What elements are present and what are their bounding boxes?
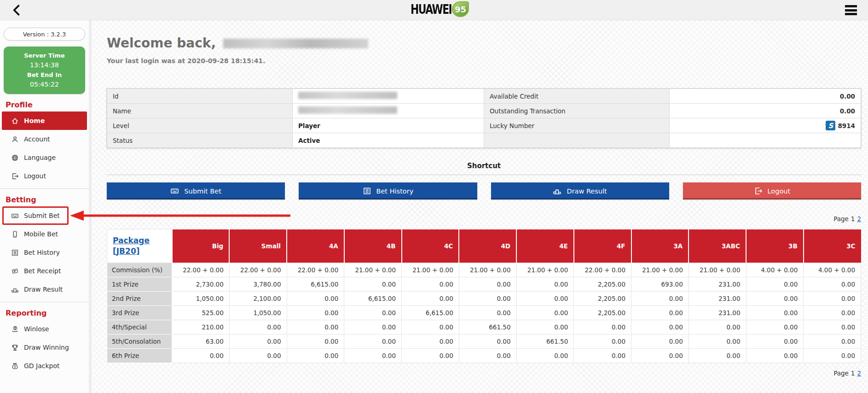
value-cell: 0.00 <box>746 292 804 306</box>
package-column-header: 4C <box>402 229 459 263</box>
main-content: Welcome back, Your last login was at 202… <box>92 20 868 393</box>
value-cell: 231.00 <box>689 277 746 292</box>
value-cell: 0.00 <box>804 306 861 320</box>
podium-icon <box>11 286 19 293</box>
value-cell: 0.00 <box>402 292 459 306</box>
available-credit-value: 0.00 <box>669 89 861 104</box>
package-table-row: 5th/Consolation63.000.000.000.000.000.00… <box>107 334 861 349</box>
trophy-icon <box>11 344 19 352</box>
sidebar: Version : 3.2.3 Server Time 13:14:38 Bet… <box>0 20 92 393</box>
level-label: Level <box>107 118 293 133</box>
hamburger-icon[interactable] <box>845 5 857 15</box>
user-icon <box>11 135 19 143</box>
table-row: Name Outstanding Transaction 0.00 <box>107 104 861 118</box>
button-label: Logout <box>768 188 791 195</box>
shortcut-heading: Shortcut <box>107 162 861 170</box>
sidebar-item-label: Draw Winning <box>24 344 69 351</box>
sidebar-item-label: Language <box>24 154 56 161</box>
sidebar-item-bet-history[interactable]: Bet History <box>0 243 89 262</box>
page-link-2[interactable]: 2 <box>857 215 861 223</box>
value-cell: 21.00 + 0.00 <box>402 263 459 277</box>
submit-bet-button[interactable]: Submit Bet <box>107 182 285 199</box>
sidebar-item-home[interactable]: Home <box>2 111 87 130</box>
sidebar-item-language[interactable]: Language <box>0 148 89 167</box>
welcome-text: Welcome back, <box>107 36 216 51</box>
value-cell: 0.00 <box>344 334 402 349</box>
sidebar-item-draw-result[interactable]: Draw Result <box>0 280 89 299</box>
sidebar-item-gd-jackpot[interactable]: GD Jackpot <box>0 357 89 375</box>
value-cell: 6,615.00 <box>287 277 344 292</box>
sidebar-item-submit-bet[interactable]: Submit Bet <box>0 206 89 225</box>
money-bag-icon <box>11 362 19 370</box>
draw-result-button[interactable]: Draw Result <box>491 182 669 199</box>
logout-icon <box>11 172 19 180</box>
value-cell: 0.00 <box>459 334 516 349</box>
package-column-header: 4E <box>516 229 574 263</box>
package-column-header: 3ABC <box>689 229 746 263</box>
value-cell: 0.00 <box>287 349 344 363</box>
sidebar-item-logout[interactable]: Logout <box>0 167 89 185</box>
value-cell: 21.00 + 0.00 <box>344 263 402 277</box>
value-cell: 0.00 <box>516 292 574 306</box>
package-table-row: 4th/Special210.000.000.000.000.00661.500… <box>107 320 861 334</box>
package-column-header: Big <box>172 229 230 263</box>
sidebar-item-label: Account <box>24 135 50 143</box>
empty-value-cell <box>669 133 861 148</box>
logout-icon <box>754 187 763 195</box>
value-cell: 0.00 <box>459 349 516 363</box>
package-link[interactable]: Package [JB20] <box>113 235 150 257</box>
logout-button[interactable]: Logout <box>683 182 861 199</box>
value-cell: 2,205.00 <box>574 306 631 320</box>
pagination-top: Page12 <box>107 215 861 223</box>
value-cell: 0.00 <box>574 320 631 334</box>
package-table-row: 6th Prize0.000.000.000.000.000.000.000.0… <box>107 349 861 363</box>
package-header-row: Package [JB20] BigSmall4A4B4C4D4E4F3A3AB… <box>107 229 861 263</box>
level-value: Player <box>292 118 484 133</box>
sidebar-item-label: Bet Receipt <box>24 267 61 275</box>
list-icon <box>363 187 371 195</box>
podium-icon <box>553 187 561 195</box>
value-cell: 231.00 <box>689 292 746 306</box>
package-table-row: 3rd Prize525.001,050.000.000.006,615.000… <box>107 306 861 320</box>
value-cell: 0.00 <box>804 292 861 306</box>
brand-badge: 95 <box>452 1 469 17</box>
value-cell: 0.00 <box>172 349 230 363</box>
available-credit-label: Available Credit <box>484 89 669 104</box>
value-cell: 6,615.00 <box>344 292 402 306</box>
page-link-2[interactable]: 2 <box>857 370 861 377</box>
value-cell: 0.00 <box>402 334 459 349</box>
package-column-header: 4F <box>574 229 631 263</box>
sidebar-item-winlose[interactable]: Winlose <box>0 320 89 338</box>
row-label: 1st Prize <box>107 277 172 292</box>
package-table: Package [JB20] BigSmall4A4B4C4D4E4F3A3AB… <box>107 229 861 363</box>
value-cell: 0.00 <box>804 349 861 363</box>
value-cell: 0.00 <box>402 349 459 363</box>
value-cell: 0.00 <box>631 306 689 320</box>
sidebar-item-account[interactable]: Account <box>0 130 89 148</box>
sidebar-item-label: Bet History <box>24 249 60 256</box>
row-label: 6th Prize <box>107 349 172 363</box>
value-cell: 0.00 <box>287 292 344 306</box>
package-cell: Package [JB20] <box>107 229 172 263</box>
value-cell: 0.00 <box>631 349 689 363</box>
package-table-row: Commission (%)22.00 + 0.0022.00 + 0.0022… <box>107 263 861 277</box>
value-cell: 693.00 <box>631 277 689 292</box>
value-cell: 22.00 + 0.00 <box>172 263 230 277</box>
sidebar-item-bet-receipt[interactable]: Bet Receipt <box>0 262 89 280</box>
value-cell: 0.00 <box>402 320 459 334</box>
id-value <box>292 89 484 104</box>
back-icon[interactable] <box>10 4 23 17</box>
section-heading-profile: Profile <box>0 100 89 110</box>
pagination-bottom: Page12 <box>107 370 861 377</box>
value-cell: 525.00 <box>172 306 230 320</box>
value-cell: 0.00 <box>689 320 746 334</box>
sidebar-item-mobile-bet[interactable]: Mobile Bet <box>0 225 89 243</box>
value-cell: 0.00 <box>689 334 746 349</box>
value-cell: 0.00 <box>459 277 516 292</box>
bet-end-label: Bet End In <box>4 70 85 80</box>
receipt-icon <box>11 267 19 275</box>
bet-history-button[interactable]: Bet History <box>299 182 477 199</box>
sidebar-item-draw-winning[interactable]: Draw Winning <box>0 338 89 357</box>
value-cell: 2,100.00 <box>229 292 287 306</box>
value-cell: 21.00 + 0.00 <box>459 263 516 277</box>
